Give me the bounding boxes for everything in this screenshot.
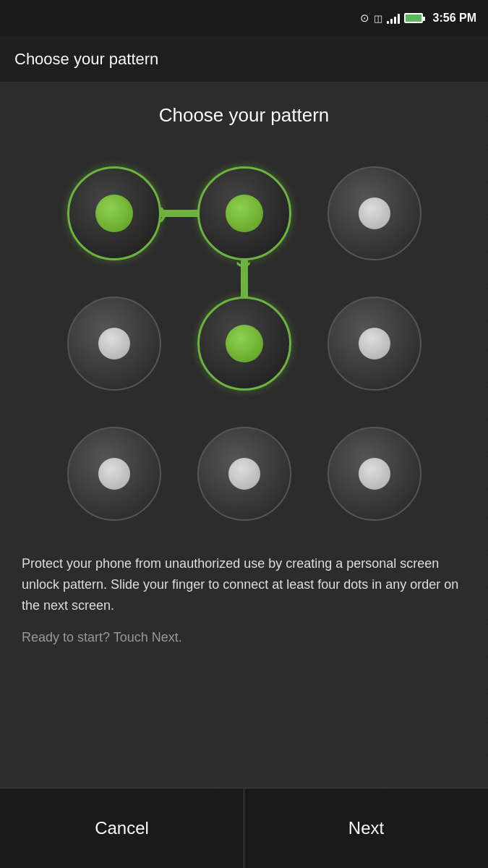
dot-outer-2-0: [67, 427, 161, 521]
dot-inner-2-1: [228, 458, 260, 490]
dot-cell-1-2[interactable]: [317, 286, 432, 401]
dot-inner-2-0: [98, 458, 130, 490]
dot-inner-1-1: [226, 325, 263, 362]
dot-outer-1-2: [328, 297, 421, 391]
dot-cell-0-2[interactable]: [317, 156, 432, 271]
dot-outer-2-1: [197, 427, 291, 521]
status-bar: ⊙ ◫ 3:56 PM: [0, 0, 488, 36]
dot-inner-0-1: [226, 195, 263, 232]
cancel-button[interactable]: Cancel: [0, 788, 244, 868]
dot-inner-1-2: [359, 328, 390, 359]
dot-outer-1-1: [197, 297, 291, 391]
sim-icon: ◫: [374, 13, 382, 24]
title-bar: Choose your pattern: [0, 36, 488, 82]
dot-outer-0-0: ❯: [67, 166, 161, 260]
dot-cell-2-0[interactable]: [56, 416, 172, 532]
dot-inner-0-2: [359, 197, 390, 229]
battery-icon: [404, 13, 423, 23]
bottom-bar: Cancel Next: [0, 788, 488, 868]
status-time: 3:56 PM: [433, 12, 476, 25]
main-content: Choose your pattern ❯: [0, 82, 488, 868]
dot-cell-1-1[interactable]: [187, 286, 302, 401]
wifi-icon: ⊙: [360, 12, 369, 25]
ready-text: Ready to start? Touch Next.: [0, 630, 488, 645]
arrow-down-icon: ❯: [236, 260, 252, 271]
dot-outer-0-2: [328, 166, 421, 260]
dot-outer-0-1: ❯: [197, 166, 291, 260]
dot-cell-2-1[interactable]: [187, 416, 302, 532]
dot-cell-1-0[interactable]: [56, 286, 172, 401]
signal-bars-icon: [387, 12, 400, 24]
dot-outer-1-0: [67, 297, 161, 391]
dot-inner-2-2: [359, 458, 390, 490]
pattern-grid[interactable]: ❯ ❯: [56, 156, 432, 532]
dot-cell-0-0[interactable]: ❯: [56, 156, 172, 271]
next-button[interactable]: Next: [244, 788, 488, 868]
dot-inner-1-0: [98, 328, 130, 359]
status-icons: ⊙ ◫ 3:56 PM: [360, 12, 476, 25]
arrow-right-icon: ❯: [157, 205, 169, 222]
description-text: Protect your phone from unauthorized use…: [0, 553, 488, 616]
dot-cell-0-1[interactable]: ❯: [187, 156, 302, 271]
dot-cell-2-2[interactable]: [317, 416, 432, 532]
page-title: Choose your pattern: [14, 50, 158, 69]
dot-inner-0-0: [95, 195, 133, 232]
dot-outer-2-2: [328, 427, 421, 521]
main-heading: Choose your pattern: [159, 104, 330, 127]
